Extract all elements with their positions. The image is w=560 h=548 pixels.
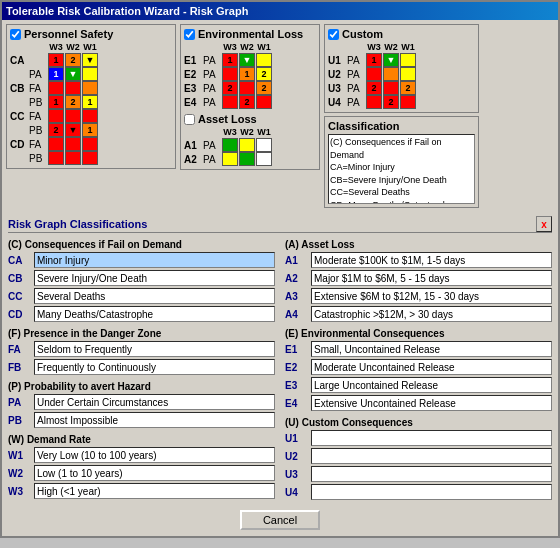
u4-w1-box[interactable] bbox=[400, 95, 416, 109]
field-a3-input[interactable] bbox=[311, 288, 552, 304]
e4-w2-box[interactable]: 2 bbox=[239, 95, 255, 109]
u4-w3-box[interactable] bbox=[366, 95, 382, 109]
u3-w3-box[interactable]: 2 bbox=[366, 81, 382, 95]
a1-w2-box[interactable] bbox=[239, 138, 255, 152]
ca-w3-box[interactable]: 1 bbox=[48, 53, 64, 67]
cc-fa-w2-box[interactable] bbox=[65, 109, 81, 123]
e4-w3-box[interactable] bbox=[222, 95, 238, 109]
cd-label: CD bbox=[10, 139, 28, 150]
u3-w1-box[interactable]: 2 bbox=[400, 81, 416, 95]
field-e2-input[interactable] bbox=[311, 359, 552, 375]
field-w2-input[interactable] bbox=[34, 465, 275, 481]
e3-w3-box[interactable]: 2 bbox=[222, 81, 238, 95]
field-fa-input[interactable] bbox=[34, 341, 275, 357]
a2-w1-box[interactable] bbox=[256, 152, 272, 166]
u1-w1-box[interactable] bbox=[400, 53, 416, 67]
u1-w3-box[interactable]: 1 bbox=[366, 53, 382, 67]
cd-fa-w1-box[interactable] bbox=[82, 137, 98, 151]
cc-pb-w1-box[interactable]: 1 bbox=[82, 123, 98, 137]
cancel-button[interactable]: Cancel bbox=[240, 510, 320, 530]
u2-w1-box[interactable] bbox=[400, 67, 416, 81]
field-u2-input[interactable] bbox=[311, 448, 552, 464]
env-row-e3: E3 PA 2 2 bbox=[184, 81, 316, 95]
cb-pb-w3-box[interactable]: 1 bbox=[48, 95, 64, 109]
cd-pb-w1-box[interactable] bbox=[82, 151, 98, 165]
field-w1-input[interactable] bbox=[34, 447, 275, 463]
cd-fa-w3-box[interactable] bbox=[48, 137, 64, 151]
field-w3-input[interactable] bbox=[34, 483, 275, 499]
field-u4-input[interactable] bbox=[311, 484, 552, 500]
e3-w2-box[interactable] bbox=[239, 81, 255, 95]
cd-pb-w2-box[interactable] bbox=[65, 151, 81, 165]
ca-w1-box[interactable]: ▼ bbox=[82, 53, 98, 67]
field-u1-code: U1 bbox=[285, 433, 307, 444]
cd-pb-w3-box[interactable] bbox=[48, 151, 64, 165]
e4-pa-label: PA bbox=[203, 97, 221, 108]
cb-fa-w2-box[interactable] bbox=[65, 81, 81, 95]
field-cb-input[interactable] bbox=[34, 270, 275, 286]
field-u4: U4 bbox=[285, 484, 552, 500]
field-cd-input[interactable] bbox=[34, 306, 275, 322]
cc-fa-w1-box[interactable] bbox=[82, 109, 98, 123]
ps-checkbox[interactable] bbox=[10, 29, 21, 40]
cd-fa-w2-box[interactable] bbox=[65, 137, 81, 151]
field-a1-input[interactable] bbox=[311, 252, 552, 268]
e1-w1-box[interactable] bbox=[256, 53, 272, 67]
field-a4-code: A4 bbox=[285, 309, 307, 320]
w3-label: W3 bbox=[48, 42, 64, 52]
cb-pb-w2-box[interactable]: 2 bbox=[65, 95, 81, 109]
field-a2-input[interactable] bbox=[311, 270, 552, 286]
cc-pb-w2-box[interactable]: ▼ bbox=[65, 123, 81, 137]
cb-fa-w3-box[interactable] bbox=[48, 81, 64, 95]
field-pb-input[interactable] bbox=[34, 412, 275, 428]
field-e3-input[interactable] bbox=[311, 377, 552, 393]
ca-pa-w1-box[interactable] bbox=[82, 67, 98, 81]
field-ca-code: CA bbox=[8, 255, 30, 266]
custom-checkbox[interactable] bbox=[328, 29, 339, 40]
field-fb-input[interactable] bbox=[34, 359, 275, 375]
field-pa-input[interactable] bbox=[34, 394, 275, 410]
field-u3-input[interactable] bbox=[311, 466, 552, 482]
e1-pa-label: PA bbox=[203, 55, 221, 66]
e2-label: E2 bbox=[184, 69, 202, 80]
e2-w2-box[interactable]: 1 bbox=[239, 67, 255, 81]
a2-w3-box[interactable] bbox=[222, 152, 238, 166]
field-a4-input[interactable] bbox=[311, 306, 552, 322]
field-e1-input[interactable] bbox=[311, 341, 552, 357]
field-ca-input[interactable] bbox=[34, 252, 275, 268]
field-e4-input[interactable] bbox=[311, 395, 552, 411]
class-list[interactable]: (C) Consequences if Fail on Demand CA=Mi… bbox=[328, 134, 475, 204]
field-e4-code: E4 bbox=[285, 398, 307, 409]
field-e3-code: E3 bbox=[285, 380, 307, 391]
ca-pa-w2-box[interactable]: ▼ bbox=[65, 67, 81, 81]
field-cc-input[interactable] bbox=[34, 288, 275, 304]
group-a-title: (A) Asset Loss bbox=[285, 239, 552, 250]
ca-pa-w3-box[interactable]: 1 bbox=[48, 67, 64, 81]
e2-w1-box[interactable]: 2 bbox=[256, 67, 272, 81]
e1-w2-box[interactable]: ▼ bbox=[239, 53, 255, 67]
field-u1-input[interactable] bbox=[311, 430, 552, 446]
a1-w1-box[interactable] bbox=[256, 138, 272, 152]
close-button[interactable]: x bbox=[536, 216, 552, 232]
custom-section: Custom W3 W2 W1 U1 PA 1 ▼ bbox=[324, 24, 479, 113]
ca-w2-box[interactable]: 2 bbox=[65, 53, 81, 67]
e3-w1-box[interactable]: 2 bbox=[256, 81, 272, 95]
cb-fa-w1-box[interactable] bbox=[82, 81, 98, 95]
u3-w2-box[interactable] bbox=[383, 81, 399, 95]
a1-w3-box[interactable] bbox=[222, 138, 238, 152]
env-checkbox[interactable] bbox=[184, 29, 195, 40]
u2-w3-box[interactable] bbox=[366, 67, 382, 81]
asset-checkbox[interactable] bbox=[184, 114, 195, 125]
a2-w2-box[interactable] bbox=[239, 152, 255, 166]
e1-w3-box[interactable]: 1 bbox=[222, 53, 238, 67]
e2-w3-box[interactable] bbox=[222, 67, 238, 81]
cc-fa-w3-box[interactable] bbox=[48, 109, 64, 123]
cc-pb-w3-box[interactable]: 2 bbox=[48, 123, 64, 137]
u4-w2-box[interactable]: 2 bbox=[383, 95, 399, 109]
a1-label: A1 bbox=[184, 140, 202, 151]
u2-w2-box[interactable] bbox=[383, 67, 399, 81]
u1-w2-box[interactable]: ▼ bbox=[383, 53, 399, 67]
e4-w1-box[interactable] bbox=[256, 95, 272, 109]
field-pb-code: PB bbox=[8, 415, 30, 426]
cb-pb-w1-box[interactable]: 1 bbox=[82, 95, 98, 109]
